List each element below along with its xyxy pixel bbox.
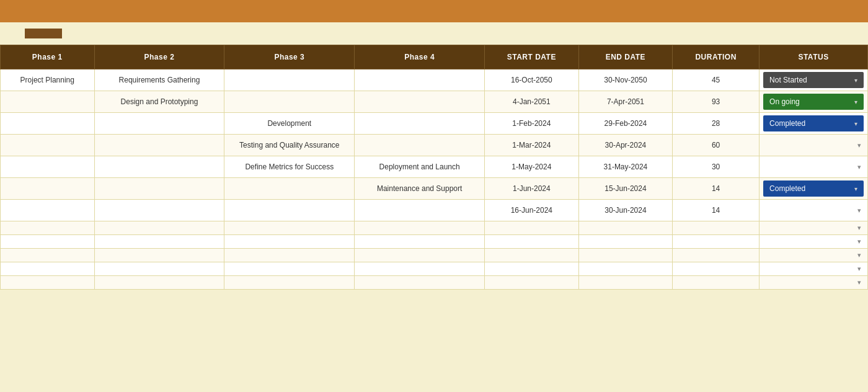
col-header-end: END DATE <box>578 45 673 69</box>
cell-status[interactable]: Completed ▾ <box>760 113 868 135</box>
cell-status[interactable]: Not Started ▾ <box>760 69 868 91</box>
cell-phase2 <box>94 178 224 200</box>
cell-phase4 <box>355 135 485 156</box>
cell-phase4: Maintenance and Support <box>355 178 485 200</box>
cell-phase2 <box>94 156 224 178</box>
header <box>0 0 868 22</box>
cell-end_date <box>578 276 673 290</box>
status-badge-completed[interactable]: Completed ▾ <box>763 115 864 131</box>
cell-duration: 45 <box>673 69 760 91</box>
chevron-down-icon: ▾ <box>857 224 861 232</box>
chevron-down-icon: ▾ <box>854 77 857 84</box>
cell-phase4 <box>355 69 485 91</box>
cell-status[interactable]: ▾ <box>760 235 868 249</box>
cell-phase4 <box>355 235 485 249</box>
cell-phase1 <box>1 221 95 235</box>
cell-phase4 <box>355 113 485 135</box>
cell-status[interactable]: ▾ <box>760 249 868 262</box>
cell-end_date: 30-Nov-2050 <box>578 69 673 91</box>
status-empty-cell[interactable]: ▾ <box>763 141 864 149</box>
chevron-down-icon: ▾ <box>857 207 861 215</box>
cell-duration <box>673 249 760 262</box>
cell-duration: 14 <box>673 178 760 200</box>
status-badge-not-started[interactable]: Not Started ▾ <box>763 72 864 88</box>
cell-duration: 14 <box>673 200 760 221</box>
cell-phase3 <box>224 91 355 113</box>
cell-start_date <box>485 262 579 276</box>
timeline-table: Phase 1 Phase 2 Phase 3 Phase 4 START DA… <box>0 45 868 290</box>
status-empty-cell[interactable]: ▾ <box>763 207 864 215</box>
table-row: Project PlanningRequirements Gathering16… <box>1 69 868 91</box>
cell-start_date: 4-Jan-2051 <box>485 91 579 113</box>
status-badge-completed[interactable]: Completed ▾ <box>763 180 864 197</box>
prepared-value <box>25 29 62 38</box>
chevron-down-icon: ▾ <box>857 163 861 171</box>
cell-start_date <box>485 276 579 290</box>
cell-start_date: 16-Oct-2050 <box>485 69 579 91</box>
cell-phase2 <box>94 113 224 135</box>
cell-phase4: Deployment and Launch <box>355 156 485 178</box>
col-header-phase4: Phase 4 <box>355 45 485 69</box>
cell-phase1 <box>1 249 95 262</box>
cell-status[interactable]: ▾ <box>760 276 868 290</box>
table-row: Define Metrics for SuccessDeployment and… <box>1 156 868 178</box>
cell-status[interactable]: On going ▾ <box>760 91 868 113</box>
cell-phase3: Development <box>224 113 355 135</box>
cell-status[interactable]: ▾ <box>760 221 868 235</box>
table-row: ▾ <box>1 235 868 249</box>
status-empty-cell[interactable]: ▾ <box>763 224 864 232</box>
col-header-phase2: Phase 2 <box>94 45 224 69</box>
status-empty-cell[interactable]: ▾ <box>763 278 864 287</box>
cell-phase1 <box>1 113 95 135</box>
cell-status[interactable]: ▾ <box>760 262 868 276</box>
chevron-down-icon: ▾ <box>857 278 861 287</box>
table-row: Testing and Quality Assurance1-Mar-20243… <box>1 135 868 156</box>
cell-phase2: Requirements Gathering <box>94 69 224 91</box>
status-empty-cell[interactable]: ▾ <box>763 251 864 259</box>
table-row: ▾ <box>1 276 868 290</box>
cell-phase3 <box>224 221 355 235</box>
cell-end_date: 15-Jun-2024 <box>578 178 673 200</box>
cell-phase3 <box>224 69 355 91</box>
cell-phase3 <box>224 262 355 276</box>
cell-end_date <box>578 262 673 276</box>
cell-phase1 <box>1 178 95 200</box>
cell-status[interactable]: Completed ▾ <box>760 178 868 200</box>
cell-phase2 <box>94 200 224 221</box>
table-row: 16-Jun-202430-Jun-202414 ▾ <box>1 200 868 221</box>
prepared-label <box>0 29 25 38</box>
col-header-status: STATUS <box>760 45 868 69</box>
table-row: ▾ <box>1 249 868 262</box>
cell-phase2 <box>94 262 224 276</box>
cell-phase1 <box>1 156 95 178</box>
cell-phase1 <box>1 91 95 113</box>
cell-phase3 <box>224 235 355 249</box>
cell-duration: 28 <box>673 113 760 135</box>
cell-phase4 <box>355 249 485 262</box>
cell-phase1 <box>1 200 95 221</box>
cell-duration <box>673 235 760 249</box>
cell-end_date: 30-Apr-2024 <box>578 135 673 156</box>
cell-status[interactable]: ▾ <box>760 135 868 156</box>
cell-duration: 60 <box>673 135 760 156</box>
status-empty-cell[interactable]: ▾ <box>763 265 864 273</box>
cell-phase2: Design and Prototyping <box>94 91 224 113</box>
cell-status[interactable]: ▾ <box>760 200 868 221</box>
cell-end_date: 30-Jun-2024 <box>578 200 673 221</box>
chevron-down-icon: ▾ <box>854 99 857 105</box>
cell-phase1 <box>1 135 95 156</box>
status-empty-cell[interactable]: ▾ <box>763 163 864 171</box>
cell-start_date <box>485 235 579 249</box>
col-header-start: START DATE <box>485 45 579 69</box>
status-empty-cell[interactable]: ▾ <box>763 238 864 246</box>
chevron-down-icon: ▾ <box>857 238 861 246</box>
table-container: Phase 1 Phase 2 Phase 3 Phase 4 START DA… <box>0 45 868 290</box>
status-badge-ongoing[interactable]: On going ▾ <box>763 94 864 110</box>
table-header-row: Phase 1 Phase 2 Phase 3 Phase 4 START DA… <box>1 45 868 69</box>
cell-start_date: 16-Jun-2024 <box>485 200 579 221</box>
cell-end_date <box>578 235 673 249</box>
cell-start_date: 1-Mar-2024 <box>485 135 579 156</box>
cell-status[interactable]: ▾ <box>760 156 868 178</box>
chevron-down-icon: ▾ <box>857 141 861 149</box>
table-row: Maintenance and Support1-Jun-202415-Jun-… <box>1 178 868 200</box>
